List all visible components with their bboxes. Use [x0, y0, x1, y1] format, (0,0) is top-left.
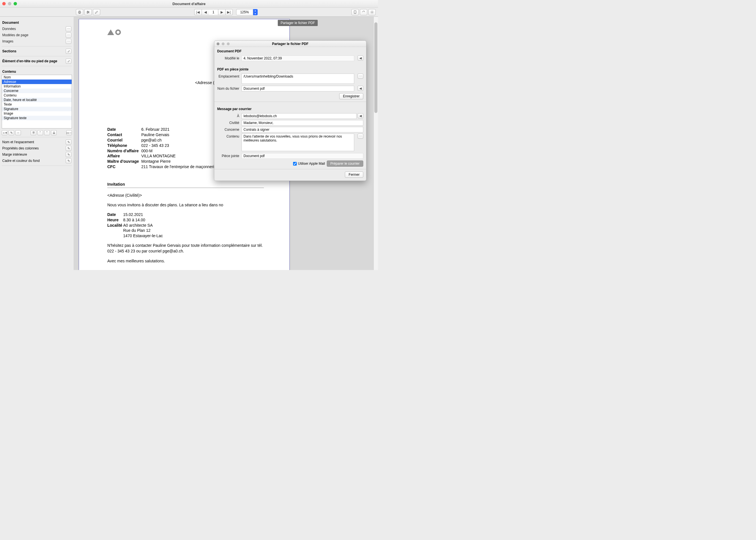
expand-icon[interactable]: ⤢ — [66, 59, 72, 64]
list-item[interactable]: Information — [2, 84, 72, 88]
attach-section-heading: PDF en pièce jointe — [214, 65, 366, 72]
more-icon[interactable]: ⋯ — [66, 33, 72, 38]
sidebar-item-modeles[interactable]: Modèles de page ⋯ — [2, 32, 72, 38]
use-apple-mail-input[interactable] — [293, 162, 297, 166]
main-toolbar: |◀ ◀ ▶ ▶| ▲▼ — [0, 8, 378, 17]
pencil-icon[interactable]: ✎ — [66, 140, 72, 145]
list-item[interactable]: Concerne — [2, 88, 72, 93]
prev-page-button[interactable]: ◀ — [202, 9, 209, 15]
svg-point-6 — [87, 11, 88, 11]
body-field[interactable]: Dans l'attente de vos nouvelles, vous vo… — [241, 134, 354, 151]
info-key: Téléphone — [107, 143, 141, 148]
header-footer-heading: Élément d'en-tête ou pied de page — [2, 59, 57, 63]
move-top-button[interactable]: ⇈ — [31, 130, 36, 135]
civility-label: Civilité — [217, 120, 239, 125]
body-label: Contenu — [217, 134, 239, 138]
vertical-scrollbar[interactable] — [374, 17, 378, 270]
meeting-key: Heure — [107, 217, 123, 223]
reveal-left-icon[interactable]: ◀ — [358, 86, 363, 91]
move-up-button[interactable]: ˄ — [37, 130, 43, 135]
use-apple-mail-checkbox[interactable]: Utiliser Apple Mail — [293, 162, 325, 166]
location-field[interactable]: /Users/martinhelbling/Downloads — [241, 73, 354, 84]
list-item[interactable]: Nom — [2, 75, 72, 79]
pdf-section-heading: Document PDF — [214, 47, 366, 54]
list-item[interactable]: Signature — [2, 107, 72, 111]
svg-rect-9 — [354, 10, 356, 13]
civility-field[interactable] — [241, 120, 363, 126]
pick-recipient-button[interactable]: ◀ — [358, 113, 363, 118]
prop-nom-espacement[interactable]: Nom et l'espacement ✎ — [2, 139, 72, 145]
print-button[interactable] — [76, 9, 83, 15]
subject-field[interactable] — [241, 127, 363, 132]
filename-label: Nom du fichier — [217, 86, 239, 90]
sidebar-item-images[interactable]: Images ⋯ — [2, 38, 72, 45]
modified-value: 4. November 2022, 07:39 — [241, 56, 354, 61]
meeting-key: Localité — [107, 223, 123, 228]
save-button[interactable]: Enregistrer — [339, 93, 363, 99]
sliders-button[interactable] — [84, 9, 92, 15]
last-page-button[interactable]: ▶| — [226, 9, 233, 15]
prop-colonnes[interactable]: Propriétés des colonnes ✎ — [2, 145, 72, 151]
sidebar-item-label: Modèles de page — [2, 33, 28, 37]
reveal-left-icon[interactable]: ◀ — [358, 56, 363, 61]
info-key: CFC — [107, 164, 141, 170]
list-item[interactable]: Image — [2, 111, 72, 116]
move-down-button[interactable]: ˅ — [44, 130, 50, 135]
more-icon[interactable]: ⋯ — [66, 39, 72, 44]
share-button[interactable] — [360, 9, 367, 15]
svg-rect-0 — [78, 12, 81, 13]
page-number-field[interactable] — [209, 9, 218, 15]
info-key: Date — [107, 127, 141, 132]
edit-button[interactable] — [93, 9, 100, 15]
move-bottom-button[interactable]: ⇊ — [51, 130, 57, 135]
next-page-button[interactable]: ▶ — [218, 9, 226, 15]
prop-marge[interactable]: Marge intérieure ✎ — [2, 151, 72, 158]
share-tooltip: Partager le fichier PDF — [278, 20, 318, 26]
pencil-icon[interactable]: ✎ — [66, 146, 72, 151]
prop-label: Cadre et couleur du fond — [2, 159, 40, 163]
doc-section-heading: Document — [2, 19, 72, 26]
settings-button[interactable] — [369, 9, 376, 15]
close-dialog-button[interactable]: Fermer — [345, 172, 363, 178]
info-key: Maître d'ouvrage — [107, 159, 141, 164]
zoom-field[interactable] — [236, 9, 253, 15]
browse-location-button[interactable]: ⋯ — [358, 73, 363, 79]
contact-text: N'hésitez pas à contacter Pauline Gervai… — [107, 242, 264, 254]
prepare-mail-button[interactable]: Préparer le courrier — [327, 161, 363, 167]
info-key: Affaire — [107, 153, 141, 159]
scrollbar-thumb[interactable] — [374, 22, 378, 113]
list-item[interactable]: Signature texte — [2, 116, 72, 120]
list-item[interactable]: Texte — [2, 102, 72, 107]
sidebar-item-donnees[interactable]: Données ⋯ — [2, 26, 72, 32]
more-icon[interactable]: ⋯ — [66, 26, 72, 31]
add-content-button[interactable]: ＋▾ — [2, 130, 7, 135]
signature-image: pmu — [107, 268, 264, 270]
list-item[interactable]: Contenu — [2, 93, 72, 98]
location-line-2: Rue du Plan 12 — [123, 228, 151, 233]
document-body: <Adresse (Civilité)> Nous vous invitons … — [107, 193, 264, 270]
body-options-button[interactable]: ⋯ — [358, 134, 363, 139]
to-field[interactable] — [241, 113, 357, 119]
zoom-stepper[interactable]: ▲▼ — [253, 9, 258, 15]
edit-content-button[interactable]: ✎ — [9, 130, 14, 135]
export-pdf-button[interactable] — [351, 9, 359, 15]
meeting-value: A0 architecte SA — [123, 223, 153, 228]
list-item[interactable]: Date, heure et localité — [2, 98, 72, 102]
filename-field[interactable] — [241, 86, 354, 91]
remove-content-button[interactable]: − — [15, 130, 21, 135]
dialog-title: Partager le fichier PDF — [214, 42, 366, 46]
svg-point-10 — [372, 12, 373, 13]
meeting-value: 15.02.2021 — [123, 212, 143, 217]
modified-label: Modifié le — [217, 56, 239, 60]
pencil-icon[interactable]: ✎ — [66, 152, 72, 157]
meeting-row: Heure8.30 à 14.00 — [107, 217, 264, 223]
prop-cadre[interactable]: Cadre et couleur du fond ✎ — [2, 158, 72, 164]
insert-field-button[interactable]: ▭→ — [66, 130, 72, 135]
list-item[interactable]: Adresse — [2, 79, 72, 84]
first-page-button[interactable]: |◀ — [194, 9, 202, 15]
section-title: Invitation — [107, 182, 264, 188]
content-listbox[interactable]: NomAdresseInformationConcerneContenuDate… — [2, 75, 72, 128]
expand-icon[interactable]: ⤢ — [66, 49, 72, 54]
info-key: Contact — [107, 132, 141, 138]
pencil-icon[interactable]: ✎ — [66, 158, 72, 163]
